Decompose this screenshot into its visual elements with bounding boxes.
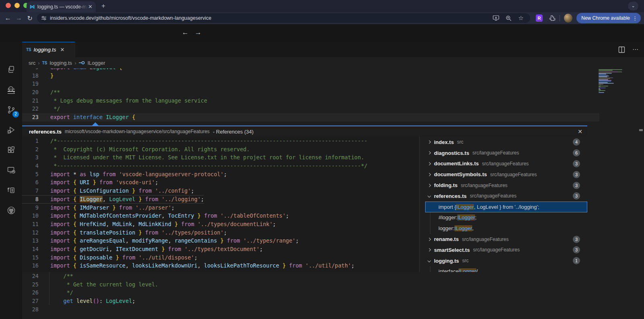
install-app-icon[interactable] [493,15,499,21]
references-peek-view: references.ts microsoft/vscode-markdown-… [22,126,587,272]
chevron-right-icon[interactable] [427,173,433,176]
breadcrumb-src[interactable]: src [29,60,35,66]
profile-avatar[interactable] [564,14,572,23]
code-line[interactable]: 4 *-------------------------------------… [22,162,419,170]
code-line[interactable]: 1/*-------------------------------------… [22,137,419,145]
bookmark-star-icon[interactable]: ☆ [518,14,523,22]
code-line[interactable]: 2 * Copyright (c) Microsoft Corporation.… [22,145,419,154]
code-line[interactable]: 8import { ILogger, LogLevel } from '../l… [22,195,419,204]
tab-close-icon[interactable]: ✕ [60,47,64,53]
reload-icon[interactable]: ↻ [25,14,35,22]
line-number: 16 [22,261,39,270]
chevron-right-icon[interactable] [427,249,433,251]
source-control-icon[interactable]: 2 [0,100,22,120]
code-line[interactable]: 27 get level(): LogLevel; [22,297,599,305]
tree-file-row[interactable]: documentSymbols.tssrc/languageFeatures3 [425,169,587,180]
code-line[interactable]: 10import { MdTableOfContentsProvider, To… [22,212,419,220]
line-number: 21 [22,97,39,105]
github-icon[interactable] [0,200,22,220]
line-number: 11 [22,220,39,228]
tab-close-icon[interactable]: ✕ [88,4,93,10]
close-icon[interactable]: ✕ [578,128,582,135]
chevron-right-icon[interactable] [427,238,433,241]
extensions-puzzle-icon[interactable] [548,14,556,22]
explorer-icon[interactable] [0,60,22,80]
new-chrome-button[interactable]: New Chrome available ⋮ [576,13,641,23]
tree-file-row[interactable]: documentLinks.tssrc/languageFeatures3 [425,158,587,169]
editor-code-bottom[interactable]: 24 /**25 * Get the current log level.26 … [22,272,599,319]
code-line[interactable]: 20/** [22,88,599,97]
code-line[interactable]: 15import { Disposable } from '../util/di… [22,253,419,262]
tree-file-row[interactable]: diagnostics.tssrc/languageFeatures6 [425,148,587,158]
breadcrumb-file[interactable]: logging.ts [49,60,72,66]
zoom-icon[interactable] [506,15,512,21]
file-path: src/languageFeatures [473,247,520,253]
code-line[interactable]: 25 * Get the current log level. [22,280,599,289]
tree-file-row[interactable]: index.tssrc4 [425,137,587,148]
code-line[interactable]: 23export interface ILogger { [22,113,599,121]
code-line[interactable]: 9export enum LogLevel { [22,68,599,72]
code-line[interactable]: 24 /** [22,272,599,280]
file-name: documentSymbols.ts [434,171,487,177]
tree-reference-row[interactable]: interface ILogger { [425,266,587,272]
file-name: documentLinks.ts [434,161,479,167]
chevron-down-icon[interactable] [427,195,433,197]
chevron-right-icon[interactable] [427,184,433,187]
back-icon[interactable]: ← [2,14,13,22]
run-debug-icon[interactable] [0,120,22,140]
tree-file-row[interactable]: references.tssrc/languageFeatures3 [425,191,587,202]
editor-tab-bar: TS logging.ts ✕ ⋯ [22,42,644,57]
editor-code-top[interactable]: 9export enum LogLevel {18}1920/**21 * Lo… [22,68,599,126]
tree-reference-row-selected[interactable]: import { ILogger, LogLevel } from '../lo… [425,202,587,212]
split-editor-icon[interactable] [618,46,625,53]
code-line[interactable]: 13import { areRangesEqual, modifyRange, … [22,237,419,245]
chevron-right-icon[interactable] [427,141,433,143]
code-line[interactable]: 19 [22,80,599,88]
chevron-right-icon[interactable] [427,163,433,165]
tree-file-row[interactable]: smartSelect.tssrc/languageFeatures3 [425,245,587,255]
tree-file-row[interactable]: folding.tssrc/languageFeatures3 [425,180,587,191]
tree-reference-row[interactable]: logger: ILogger, [425,223,587,234]
code-line[interactable]: 12import { translatePosition } from '../… [22,228,419,237]
search-icon[interactable] [0,80,22,100]
browser-menu-icon[interactable]: ⋮ [632,15,638,21]
code-line[interactable]: 21 * Logs debug messages from the langua… [22,97,599,105]
minimize-window-button[interactable] [14,3,20,8]
code-line[interactable]: 6import { URI } from 'vscode-uri'; [22,178,419,187]
tree-file-row[interactable]: logging.tssrc1 [425,255,587,266]
code-line[interactable]: 11import { HrefKind, MdLink, MdLinkKind … [22,220,419,228]
code-line[interactable]: 22 */ [22,105,599,113]
tab-logging-ts[interactable]: TS logging.ts ✕ [22,42,75,57]
tab-search-button[interactable]: ⌄ [628,2,638,10]
code-line[interactable]: 9import { IMdParser } from '../parser'; [22,204,419,212]
more-actions-icon[interactable]: ⋯ [632,46,638,53]
tree-reference-row[interactable]: #logger: ILogger; [425,212,587,223]
code-line[interactable]: 7import { LsConfiguration } from '../con… [22,187,419,195]
minimap[interactable] [599,69,624,94]
browser-tab[interactable]: ⋈ logging.ts — vscode-markdow ✕ [27,1,96,12]
remote-explorer-icon[interactable] [0,160,22,180]
extension-r-icon[interactable]: R [536,14,543,22]
code-line[interactable]: 3 * Licensed under the MIT License. See … [22,153,419,162]
chevron-down-icon[interactable] [427,259,433,262]
extensions-icon[interactable] [0,140,22,160]
address-bar[interactable]: insiders.vscode.dev/github/microsoft/vsc… [37,13,530,23]
tree-file-row[interactable]: rename.tssrc/languageFeatures3 [425,234,587,245]
chevron-right-icon[interactable] [427,152,433,154]
forward-icon[interactable]: → [13,14,24,22]
code-line[interactable]: 26 */ [22,288,599,297]
code-line[interactable]: 18} [22,72,599,80]
code-line[interactable]: 28 [22,305,599,314]
vscode-back-icon[interactable]: ← [182,29,189,37]
code-line[interactable]: 16import { isSameResource, looksLikeMark… [22,261,419,270]
line-number: 1 [22,137,39,145]
vscode-forward-icon[interactable]: → [195,29,202,37]
new-tab-button[interactable]: + [101,2,105,10]
close-window-button[interactable] [6,3,11,8]
code-line[interactable]: 14import { getDocUri, ITextDocument } fr… [22,245,419,253]
code-line[interactable]: 5import * as lsp from 'vscode-languagese… [22,170,419,179]
peek-code-editor[interactable]: 1/*-------------------------------------… [22,137,419,272]
breadcrumb-symbol[interactable]: ILogger [87,60,105,66]
github-pull-request-icon[interactable] [0,180,22,200]
site-settings-icon[interactable] [41,15,47,21]
